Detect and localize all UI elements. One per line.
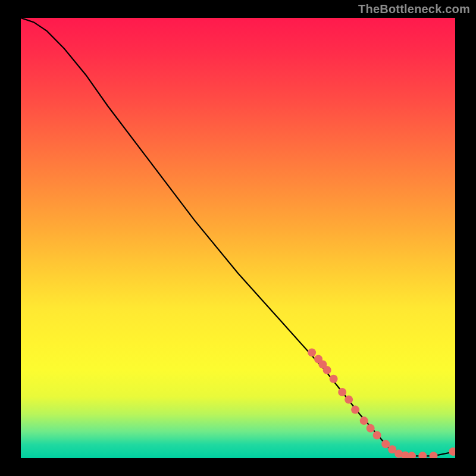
chart-data-marker [308,348,316,356]
attribution-text: TheBottleneck.com [358,2,470,16]
chart-data-marker [330,375,338,383]
chart-data-marker [360,416,368,425]
chart-data-marker [449,447,455,456]
chart-data-marker [430,452,438,458]
chart-svg [21,18,455,458]
chart-curve [21,18,455,456]
chart-data-marker [381,440,390,448]
chart-data-marker [345,396,353,404]
chart-data-marker [418,452,427,458]
chart-data-marker [373,431,381,440]
chart-data-marker [408,452,416,458]
chart-data-marker [338,388,346,396]
chart-data-marker [367,424,375,433]
chart-data-marker [351,406,359,414]
chart-plot-area [21,18,455,458]
chart-data-markers [308,348,455,458]
chart-data-marker [323,366,331,374]
